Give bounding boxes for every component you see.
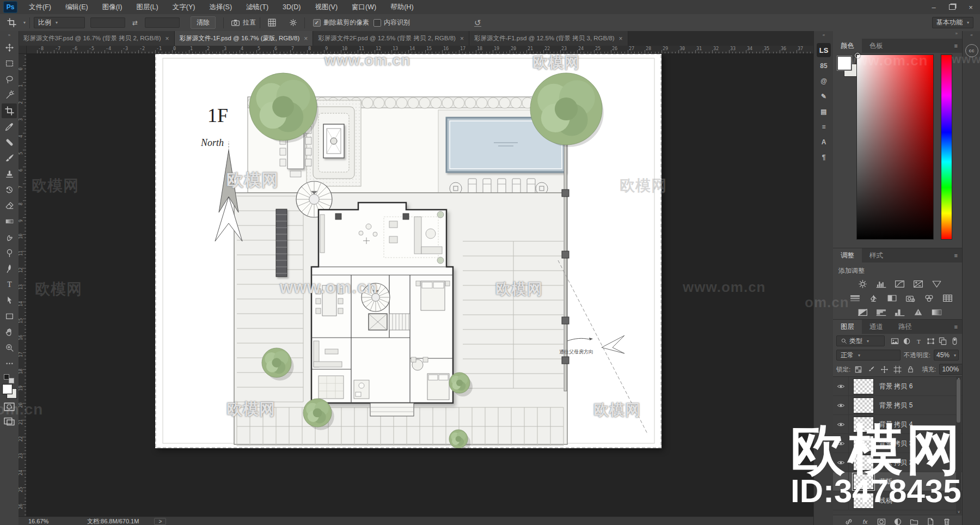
black-white-icon[interactable] bbox=[886, 294, 898, 303]
shape-filter-icon[interactable] bbox=[926, 337, 935, 346]
reset-crop-icon[interactable]: ↺ bbox=[474, 19, 481, 27]
invert-icon[interactable] bbox=[857, 308, 868, 317]
layer-thumbnail[interactable] bbox=[853, 398, 874, 413]
document-tab[interactable]: 彩屏源文件-F1.psd @ 12.5% (背景 拷贝 3, RGB/8)× bbox=[469, 31, 628, 46]
type-filter-icon[interactable]: T bbox=[914, 337, 923, 346]
exposure-icon[interactable] bbox=[912, 279, 924, 289]
layer-thumbnail[interactable] bbox=[853, 436, 874, 451]
menu-item[interactable]: 滤镜(T) bbox=[239, 0, 275, 14]
link-layers-icon[interactable] bbox=[844, 517, 853, 525]
levels-icon[interactable] bbox=[875, 279, 887, 289]
brush-presets-panel-icon[interactable]: 85 bbox=[817, 59, 831, 72]
eraser-tool[interactable] bbox=[2, 198, 17, 213]
notes-panel-icon[interactable]: ✎ bbox=[817, 90, 831, 103]
floor-plan-page[interactable]: 通往父母房方向 bbox=[155, 53, 661, 448]
straighten-label[interactable]: 拉直 bbox=[243, 18, 256, 27]
workspace-select[interactable]: 基本功能▾ bbox=[932, 17, 973, 28]
type-tool[interactable]: T bbox=[2, 277, 17, 292]
content-aware-label[interactable]: 内容识别 bbox=[384, 18, 410, 27]
layer-thumbnail[interactable] bbox=[853, 474, 874, 490]
tab-close-icon[interactable]: × bbox=[460, 35, 464, 42]
layer-thumbnail[interactable] bbox=[853, 379, 874, 394]
status-expand-button[interactable]: > bbox=[154, 518, 166, 525]
layer-visibility-eye-icon[interactable] bbox=[833, 491, 849, 510]
clear-button[interactable]: 清除 bbox=[191, 16, 216, 29]
layer-row[interactable]: 背景 拷贝 6 bbox=[833, 377, 962, 396]
lock-all-icon[interactable] bbox=[906, 365, 915, 374]
menu-item[interactable]: 文字(Y) bbox=[166, 0, 203, 14]
crop-tool[interactable] bbox=[2, 103, 17, 118]
selective-color-icon[interactable] bbox=[912, 308, 924, 317]
tab-close-icon[interactable]: × bbox=[304, 35, 308, 42]
paragraph-panel-icon[interactable]: ¶ bbox=[817, 151, 831, 164]
layer-row[interactable]: 线稿 bbox=[833, 491, 962, 510]
channel-mixer-icon[interactable] bbox=[923, 294, 935, 303]
content-aware-checkbox[interactable] bbox=[373, 19, 381, 27]
menu-item[interactable]: 选择(S) bbox=[202, 0, 239, 14]
swap-dimensions-icon[interactable]: ⇄ bbox=[129, 17, 141, 29]
layer-visibility-eye-icon[interactable] bbox=[833, 377, 849, 395]
menu-item[interactable]: 视图(V) bbox=[308, 0, 345, 14]
close-button[interactable]: × bbox=[961, 0, 980, 14]
gradient-map-icon[interactable] bbox=[931, 308, 942, 317]
color-swatches[interactable] bbox=[2, 384, 16, 398]
curves-icon[interactable] bbox=[894, 279, 905, 289]
color-gradient-picker[interactable] bbox=[856, 54, 934, 240]
filter-toggle-icon[interactable] bbox=[951, 337, 959, 346]
libraries-panel-icon[interactable]: LS bbox=[817, 43, 831, 57]
layer-filter-type-select[interactable]: 类型▾ bbox=[836, 335, 885, 346]
layer-visibility-eye-icon[interactable] bbox=[833, 434, 849, 453]
tab-close-icon[interactable]: × bbox=[619, 35, 623, 42]
histogram-panel-icon[interactable]: ▤ bbox=[817, 105, 831, 118]
layer-visibility-eye-icon[interactable] bbox=[833, 472, 849, 491]
move-tool[interactable] bbox=[2, 40, 17, 55]
adjustments-panel-menu-icon[interactable]: ≡ bbox=[954, 252, 958, 259]
color-panel-tab[interactable]: 颜色 bbox=[833, 39, 862, 53]
panel-collapse-icon[interactable]: » bbox=[833, 31, 962, 39]
layer-row[interactable]: 背景 拷贝 3 bbox=[833, 434, 962, 453]
brightness-contrast-icon[interactable] bbox=[857, 279, 868, 289]
pixel-filter-icon[interactable] bbox=[890, 337, 899, 346]
document-tab[interactable]: 彩屏源文件3F.psd @ 16.7% (背景 拷贝 2, RGB/8)× bbox=[19, 31, 175, 46]
crop-ratio-select[interactable]: 比例▾ bbox=[34, 17, 85, 28]
crop-tool-preset-icon[interactable] bbox=[5, 17, 17, 29]
menu-item[interactable]: 3D(D) bbox=[275, 0, 308, 14]
creative-cloud-icon[interactable]: cc bbox=[965, 44, 978, 57]
quick-select-tool[interactable] bbox=[2, 88, 17, 102]
straighten-icon[interactable] bbox=[229, 17, 241, 29]
layer-row[interactable]: 背景 拷贝 5 bbox=[833, 396, 962, 415]
smudge-tool[interactable] bbox=[2, 230, 17, 245]
photo-filter-icon[interactable] bbox=[905, 294, 916, 303]
dodge-tool[interactable] bbox=[2, 246, 17, 260]
hue-saturation-icon[interactable] bbox=[849, 294, 861, 303]
threshold-icon[interactable] bbox=[894, 308, 905, 317]
crop-settings-gear-icon[interactable] bbox=[287, 17, 299, 29]
menu-item[interactable]: 图像(I) bbox=[95, 0, 130, 14]
menu-item[interactable]: 帮助(H) bbox=[383, 0, 420, 14]
menu-item[interactable]: 文件(F) bbox=[22, 0, 58, 14]
tab-close-icon[interactable]: × bbox=[166, 35, 169, 42]
layers-scrollbar[interactable]: ∧ ∨ bbox=[956, 377, 961, 514]
rail-collapse-icon[interactable]: « bbox=[814, 31, 834, 41]
smart-filter-icon[interactable] bbox=[938, 337, 947, 346]
hand-tool[interactable] bbox=[2, 325, 17, 339]
delete-cropped-pixels-label[interactable]: 删除裁剪的像素 bbox=[323, 18, 369, 27]
rectangle-tool[interactable] bbox=[2, 309, 17, 323]
menu-item[interactable]: 图层(L) bbox=[129, 0, 165, 14]
toolbar-collapse-icon[interactable]: » bbox=[0, 31, 19, 39]
delete-layer-icon[interactable] bbox=[942, 517, 951, 525]
restore-button[interactable] bbox=[943, 0, 961, 14]
horizontal-ruler[interactable]: -8-7-6-5-4-3-2-1012345678910111213141516… bbox=[26, 46, 813, 54]
layer-effects-icon[interactable]: fx bbox=[860, 517, 869, 525]
brush-tool[interactable] bbox=[2, 151, 17, 166]
opacity-value[interactable]: 45%▾ bbox=[934, 350, 959, 361]
more-tool[interactable] bbox=[2, 356, 17, 371]
minimize-button[interactable]: – bbox=[924, 0, 943, 14]
layer-visibility-eye-icon[interactable] bbox=[833, 453, 849, 472]
adjustments-panel-tab[interactable]: 调整 bbox=[833, 248, 862, 262]
layer-visibility-eye-icon[interactable] bbox=[833, 415, 849, 434]
document-tab[interactable]: 彩屏源文件2F.psd @ 12.5% (背景 拷贝 2, RGB/8)× bbox=[313, 31, 469, 46]
zoom-level-field[interactable]: 16.67% bbox=[28, 518, 66, 524]
crop-width-input[interactable] bbox=[90, 17, 125, 28]
layers-panel-tab[interactable]: 路径 bbox=[891, 320, 920, 334]
